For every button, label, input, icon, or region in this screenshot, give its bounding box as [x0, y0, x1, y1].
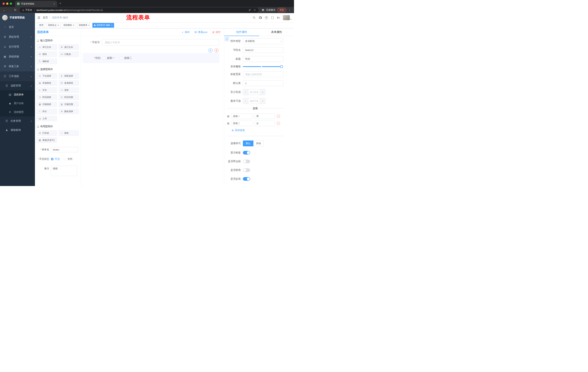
- hamburger-icon[interactable]: ☰: [37, 16, 40, 20]
- tag-process-model[interactable]: 流程模型 ×: [62, 23, 76, 28]
- update-button[interactable]: 更新: [277, 8, 286, 12]
- decrease-button[interactable]: −: [243, 98, 248, 104]
- palette-item-time-range[interactable]: ◴时间范围: [59, 95, 79, 100]
- remove-option-button[interactable]: −: [277, 115, 280, 118]
- style-button-button[interactable]: 按钮: [253, 140, 264, 146]
- drag-handle-icon[interactable]: [227, 122, 230, 125]
- back-icon[interactable]: ←: [2, 9, 7, 12]
- sidebar-item-leave-query[interactable]: ♟ 请假查询: [0, 126, 35, 135]
- search-icon[interactable]: [253, 16, 256, 19]
- sidebar-item-home[interactable]: ◔ 首页: [0, 22, 35, 32]
- url-bar[interactable]: ⚠ 不安全 dashboard.yudao.iocoder.cn/bpm/man…: [20, 8, 259, 12]
- palette-item-cascader[interactable]: ⋔级联选择: [59, 73, 79, 79]
- palette-item-row-container[interactable]: ⊞行容器: [37, 130, 57, 136]
- help-icon[interactable]: ?: [265, 16, 268, 19]
- tab-form-properties[interactable]: 表单属性: [259, 28, 294, 36]
- palette-item-switch[interactable]: ◐开关: [37, 87, 57, 93]
- palette-item-editor[interactable]: ✎编辑器: [37, 59, 57, 64]
- tag-process-form[interactable]: 流程表单 ×: [77, 23, 91, 28]
- close-icon[interactable]: ×: [73, 24, 74, 26]
- field-name-input[interactable]: [243, 47, 284, 53]
- tag-home[interactable]: 首页: [37, 23, 45, 28]
- key-icon[interactable]: [249, 9, 251, 11]
- reload-icon[interactable]: ↻: [13, 8, 18, 12]
- browser-menu-icon[interactable]: ⋮: [288, 8, 291, 12]
- close-icon[interactable]: ×: [57, 24, 59, 26]
- phone-field-row[interactable]: *手机号: [83, 38, 220, 47]
- component-type-select[interactable]: 多选框组 ▾: [243, 38, 284, 44]
- slider-handle[interactable]: [280, 65, 283, 68]
- palette-item-upload[interactable]: ☁上传: [37, 116, 57, 121]
- font-size-icon[interactable]: TT: [277, 16, 280, 19]
- palette-item-time-picker[interactable]: ◷时间选择: [37, 95, 57, 100]
- palette-item-select[interactable]: ⊙下拉选择: [37, 73, 57, 79]
- radio-status-off[interactable]: 关闭: [64, 158, 73, 161]
- palette-item-button[interactable]: ☝按钮: [59, 130, 79, 136]
- min-select-value[interactable]: 至少应选: [248, 89, 260, 95]
- browser-tab[interactable]: 芋道管理系统 ×: [15, 1, 57, 7]
- label-width-input[interactable]: [243, 71, 284, 77]
- tag-process-definition[interactable]: 流程定义 ×: [46, 23, 61, 28]
- view-json-button[interactable]: 查看json: [194, 31, 207, 34]
- github-icon[interactable]: [259, 16, 262, 19]
- form-grid-slider[interactable]: [243, 66, 282, 67]
- remove-option-button[interactable]: −: [277, 122, 280, 125]
- window-zoom-button[interactable]: [10, 2, 12, 5]
- form-name-input[interactable]: [51, 147, 78, 152]
- window-minimize-button[interactable]: [6, 2, 8, 5]
- palette-item-color-picker[interactable]: ⊛颜色选择: [59, 109, 79, 114]
- palette-item-single-line-text[interactable]: ▭单行文本: [37, 44, 57, 50]
- tab-close-icon[interactable]: ×: [53, 2, 55, 5]
- style-default-button[interactable]: 默认: [243, 140, 253, 146]
- increase-button[interactable]: +: [260, 98, 265, 104]
- palette-item-rate[interactable]: ☆评分: [37, 109, 57, 114]
- radio-status-on[interactable]: 开启: [51, 158, 60, 161]
- sidebar-item-system[interactable]: ⚙ 系统管理 ▾: [0, 32, 35, 42]
- delete-component-button[interactable]: [214, 48, 219, 53]
- decrease-button[interactable]: −: [243, 89, 248, 95]
- sidebar-item-process-model[interactable]: ✈ 流程模型: [0, 108, 35, 117]
- checkbox-option-2[interactable]: 选项二: [120, 56, 132, 60]
- user-avatar[interactable]: ▾: [283, 15, 292, 20]
- tab-component-properties[interactable]: 组件属性: [224, 28, 259, 36]
- sidebar-item-process-management[interactable]: ☲ 流程管理 ▴: [0, 81, 35, 90]
- new-tab-button[interactable]: +: [59, 2, 61, 5]
- palette-item-slider[interactable]: ⊸滑块: [59, 87, 79, 93]
- breadcrumb-home[interactable]: 首页: [43, 16, 48, 19]
- sidebar-item-workflow[interactable]: ☷ 工作流程 ▴: [0, 71, 35, 81]
- palette-item-counter[interactable]: 123计数器: [59, 52, 79, 57]
- sidebar-item-infrastructure[interactable]: ▣ 基础设施 ▾: [0, 52, 35, 62]
- palette-item-password[interactable]: ✲密码: [37, 52, 57, 57]
- copy-component-button[interactable]: [208, 48, 213, 53]
- disabled-toggle[interactable]: [243, 168, 250, 172]
- clear-button[interactable]: 清空: [212, 31, 220, 34]
- sidebar-item-task-management[interactable]: ☴ 任务管理 ▾: [0, 117, 35, 126]
- option-2-value-input[interactable]: [254, 121, 274, 126]
- phone-input[interactable]: [102, 39, 219, 46]
- sidebar-item-process-form[interactable]: ▤ 流程表单: [0, 90, 35, 99]
- max-select-value[interactable]: 最多可选: [248, 98, 260, 104]
- title-input[interactable]: [243, 56, 284, 62]
- palette-item-table[interactable]: ▩表格[开发中]: [37, 138, 57, 143]
- option-2-label-input[interactable]: [231, 121, 253, 126]
- forward-icon[interactable]: →: [8, 9, 12, 12]
- checkbox-option-1[interactable]: 选项一: [103, 56, 115, 60]
- security-chip[interactable]: ⚠ 不安全: [22, 9, 35, 12]
- palette-item-checkbox-group[interactable]: ☑多选框组: [59, 80, 79, 86]
- link-icon[interactable]: [225, 37, 229, 41]
- fullscreen-icon[interactable]: [271, 16, 274, 19]
- default-value-input[interactable]: [243, 80, 284, 86]
- save-button[interactable]: ✓ 保存: [182, 31, 189, 34]
- increase-button[interactable]: +: [260, 89, 265, 95]
- sidebar-item-devtools[interactable]: ⚒ 研发工具 ▾: [0, 62, 35, 71]
- sidebar-item-user-group[interactable]: ☻ 用户分组: [0, 99, 35, 108]
- palette-item-radio-group[interactable]: ◉单选框组: [37, 80, 57, 86]
- sidebar-item-payment[interactable]: ¥ 支付管理 ▾: [0, 42, 35, 52]
- tag-process-form-edit[interactable]: 流程表单-编辑 ×: [92, 23, 114, 28]
- add-option-button[interactable]: ⊕ 添加选项: [231, 129, 284, 132]
- drag-handle-icon[interactable]: [227, 115, 230, 118]
- window-close-button[interactable]: [2, 2, 5, 5]
- form-remark-textarea[interactable]: 嘿嘿: [51, 166, 77, 176]
- close-icon[interactable]: ×: [111, 24, 113, 26]
- gender-field-selected[interactable]: *性别 选项一 选项二: [83, 53, 220, 63]
